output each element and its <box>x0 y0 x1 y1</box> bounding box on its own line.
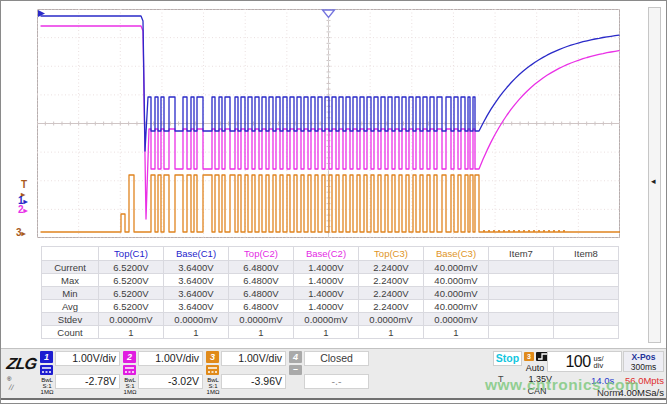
table-column-header <box>42 247 99 261</box>
table-row: Max6.5200V3.6400V6.4800V1.4000V2.2400V40… <box>42 274 619 287</box>
table-cell <box>554 326 619 339</box>
table-column-header: Top(C3) <box>359 247 424 261</box>
table-row: Stdev0.0000mV0.0000mV0.0000mV0.0000mV0.0… <box>42 313 619 326</box>
table-row-label: Max <box>42 274 99 287</box>
logo-text: ZLG <box>5 355 37 373</box>
registered-mark: ® <box>7 376 11 382</box>
timebase-value: 100 <box>565 353 590 371</box>
ch3-number-badge[interactable]: 3 <box>206 351 219 363</box>
ch3-offset-button[interactable]: -3.96V <box>221 374 286 389</box>
oscilloscope-screen: T ▸ 1▸ 2▸ 3▸ ◂ Top(C1)Base(C1)Top(C2)Bas… <box>0 0 667 404</box>
table-cell <box>489 287 554 300</box>
channel3-block: 3 BwLS:11MΩ 1.00V/div -3.96V <box>205 350 288 397</box>
zlg-logo: ZLG® // <box>7 355 39 395</box>
side-panel-strip: ◂ <box>648 7 661 343</box>
ch4-number-badge[interactable]: 4 <box>289 351 302 363</box>
channel1-block: 1 BwLS:11MΩ 1.00V/div -2.78V <box>39 350 122 397</box>
table-cell: 3.6400V <box>164 287 229 300</box>
table-cell: 6.4800V <box>229 261 294 274</box>
table-cell: 40.000mV <box>424 300 489 313</box>
table-cell: 6.5200V <box>99 261 164 274</box>
ch1-scale-button[interactable]: 1.00V/div <box>55 351 120 366</box>
table-row: Avg6.5200V3.6400V6.4800V1.4000V2.2400V40… <box>42 300 619 313</box>
ch2-arrow-icon: ▸ <box>24 206 28 215</box>
ch2-coupling-icon[interactable] <box>123 365 136 375</box>
table-cell <box>489 274 554 287</box>
ch4-scale-button[interactable]: Closed <box>304 351 369 366</box>
table-cell <box>489 313 554 326</box>
run-stop-button[interactable]: Stop <box>493 351 522 366</box>
table-cell <box>489 261 554 274</box>
table-cell: 0.0000mV <box>99 313 164 326</box>
table-cell: 1 <box>359 326 424 339</box>
timebase-unit: us/div <box>594 355 604 369</box>
table-cell: 40.000mV <box>424 261 489 274</box>
table-cell: 6.4800V <box>229 274 294 287</box>
table-cell: 1.4000V <box>294 274 359 287</box>
table-cell <box>489 326 554 339</box>
ch1-number-badge[interactable]: 1 <box>40 351 53 363</box>
table-cell: 2.2400V <box>359 300 424 313</box>
ch2-ground-marker[interactable]: 2▸ <box>18 205 28 215</box>
table-cell: 3.6400V <box>164 274 229 287</box>
ch1-tags: BwLS:11MΩ <box>39 377 55 395</box>
channel2-block: 2 BwLS:11MΩ 1.00V/div -3.02V <box>122 350 205 397</box>
ch3-tags: BwLS:11MΩ <box>205 377 221 395</box>
xpos-value: 300ms <box>624 362 663 372</box>
ch1-offset-button[interactable]: -2.78V <box>55 374 120 389</box>
measurement-table: Top(C1)Base(C1)Top(C2)Base(C2)Top(C3)Bas… <box>41 246 619 339</box>
ch2-offset-button[interactable]: -3.02V <box>138 374 203 389</box>
table-cell: 1 <box>99 326 164 339</box>
trigger-source-badge[interactable]: 3 <box>524 352 534 361</box>
table-cell: 0.0000mV <box>294 313 359 326</box>
table-cell: 40.000mV <box>424 274 489 287</box>
trigger-level-label: T <box>21 179 27 190</box>
table-cell <box>554 274 619 287</box>
ch2-scale-button[interactable]: 1.00V/div <box>138 351 203 366</box>
ch1-coupling-icon[interactable] <box>40 365 53 375</box>
table-column-header: Top(C2) <box>229 247 294 261</box>
table-cell <box>554 261 619 274</box>
table-cell: 2.2400V <box>359 274 424 287</box>
table-cell: 0.0000mV <box>164 313 229 326</box>
xpos-label: X-Pos <box>624 352 663 362</box>
ch3-coupling-icon[interactable] <box>206 365 219 375</box>
table-row-label: Current <box>42 261 99 274</box>
table-row-label: Count <box>42 326 99 339</box>
ch3-ground-marker[interactable]: 3▸ <box>16 228 26 238</box>
ch3-scale-button[interactable]: 1.00V/div <box>221 351 286 366</box>
timebase-button[interactable]: 100 us/div <box>547 351 622 372</box>
table-cell <box>554 300 619 313</box>
table-cell: 1.4000V <box>294 300 359 313</box>
table-column-header: Base(C2) <box>294 247 359 261</box>
ch2-number-badge[interactable]: 2 <box>123 351 136 363</box>
table-row: Count111111 <box>42 326 619 339</box>
table-cell: 40.000mV <box>424 287 489 300</box>
ch3-arrow-icon: ▸ <box>22 229 26 238</box>
table-cell: 1 <box>424 326 489 339</box>
table-cell: 1.4000V <box>294 287 359 300</box>
table-row: Min6.5200V3.6400V6.4800V1.4000V2.2400V40… <box>42 287 619 300</box>
watermark-text: www.cntronics.com <box>485 376 639 394</box>
panel-collapse-arrow-icon[interactable]: ◂ <box>651 176 656 186</box>
waveform-display <box>37 9 620 238</box>
table-header-row: Top(C1)Base(C1)Top(C2)Base(C2)Top(C3)Bas… <box>42 247 619 261</box>
table-cell: 3.6400V <box>164 261 229 274</box>
xpos-button[interactable]: X-Pos 300ms <box>623 351 664 372</box>
table-cell: 2.2400V <box>359 287 424 300</box>
logo-hatch: // <box>8 383 14 393</box>
table-column-header: Base(C3) <box>424 247 489 261</box>
table-cell: 3.6400V <box>164 300 229 313</box>
table-column-header: Item7 <box>489 247 554 261</box>
table-cell: 0.0000mV <box>424 313 489 326</box>
ch4-coupling-icon[interactable]: – <box>289 365 302 375</box>
ch4-offset-button[interactable]: -.- <box>304 374 369 389</box>
table-cell: 0.0000mV <box>229 313 294 326</box>
table-cell <box>489 300 554 313</box>
trigger-mode-label[interactable]: Auto <box>521 363 549 373</box>
table-cell <box>554 313 619 326</box>
channel4-block: 4 – Closed -.- <box>288 350 371 397</box>
table-cell: 2.2400V <box>359 261 424 274</box>
table-cell <box>554 287 619 300</box>
ch2-tags: BwLS:11MΩ <box>122 377 138 395</box>
